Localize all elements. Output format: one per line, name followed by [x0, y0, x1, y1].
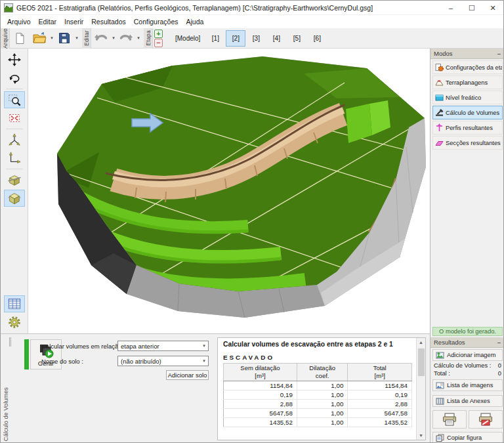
mode-resulting-profiles[interactable]: Perfis resultantes: [432, 121, 503, 135]
scroll-up-icon[interactable]: ▲: [419, 338, 423, 347]
axes-2d-button[interactable]: [4, 150, 25, 167]
results-panel-header: Resultados –: [430, 337, 504, 348]
results-minimize-button[interactable]: –: [497, 339, 501, 346]
maximize-button[interactable]: ☐: [461, 1, 482, 15]
mode-volume-calculation[interactable]: Cálculo de Volumes: [432, 106, 503, 119]
menu-arquivo[interactable]: Arquivo: [3, 16, 35, 27]
list-of-images-button[interactable]: Lista de imagens: [432, 379, 503, 391]
open-dropdown-caret[interactable]: ▾: [49, 35, 54, 41]
menu-inserir[interactable]: Inserir: [60, 16, 87, 27]
open-file-button[interactable]: [30, 30, 49, 47]
stage-button-1[interactable]: [1]: [205, 30, 225, 47]
axes-2d-icon: [8, 152, 21, 165]
col-header-dilation-coef: Dilataçãocoef.: [297, 363, 347, 381]
terrain-3d-model: [28, 49, 430, 333]
results-panel-title: Resultados: [434, 339, 465, 346]
menu-editar[interactable]: Editar: [35, 16, 60, 27]
mode-stage-settings[interactable]: Configurações da etapa: [432, 60, 503, 74]
copy-figure-button[interactable]: Copiar figura: [432, 432, 503, 443]
menu-configuracoes[interactable]: Configurações: [130, 16, 182, 27]
print-report-button[interactable]: [469, 410, 503, 429]
undo-icon: [94, 33, 108, 43]
print-button[interactable]: [432, 410, 467, 429]
save-dropdown-caret[interactable]: ▾: [74, 35, 79, 41]
add-stage-button[interactable]: +: [154, 30, 163, 38]
axes-3d-button[interactable]: [4, 131, 25, 148]
stage-button-modelo[interactable]: [Modelo]: [171, 30, 205, 47]
printer-report-icon: [478, 413, 493, 426]
table-row: 5647,581,005647,58: [224, 408, 412, 417]
new-file-icon: [14, 32, 26, 45]
stage-button-6[interactable]: [6]: [307, 30, 327, 47]
undo-dropdown-caret[interactable]: ▾: [111, 35, 116, 41]
model-status-message: O modelo foi gerado.: [432, 327, 503, 336]
soil-name-label: Nome do solo :: [41, 358, 83, 365]
rotate-icon: [8, 72, 21, 85]
generate-status-bar: [24, 339, 29, 369]
toolbar-group-stage: Etapa: [144, 28, 153, 49]
mode-water-table[interactable]: Nível freático: [432, 91, 503, 104]
scroll-down-icon[interactable]: ▼: [419, 431, 423, 440]
table-row: 0,191,000,19: [224, 390, 412, 399]
model-viewport[interactable]: [28, 49, 430, 333]
volume-count-value: 0: [498, 362, 501, 369]
results-scrollbar[interactable]: ▲ ▼: [416, 338, 425, 440]
minimize-button[interactable]: –: [440, 1, 461, 15]
redo-button[interactable]: [117, 30, 135, 47]
right-panel: Modos – Configurações da etapa Terraplan…: [430, 49, 504, 443]
volume-results-box: Calcular volumes de escavação entre as e…: [217, 337, 426, 440]
main-toolbar: Arquivo ▾ ▾ Editar ▾ ▾ Etapa + − [Modelo…: [1, 28, 503, 49]
water-table-icon: [435, 93, 444, 102]
gear-icon: [8, 316, 21, 329]
menu-resultados[interactable]: Resultados: [87, 16, 130, 27]
stage-button-3[interactable]: [3]: [246, 30, 266, 47]
scrollbar-thumb[interactable]: [418, 348, 425, 376]
remove-stage-button[interactable]: −: [154, 39, 163, 47]
settings-button[interactable]: [4, 314, 25, 331]
app-window: GEO5 2021 - Estratigrafia (Relatórios, P…: [0, 0, 504, 443]
soil-name-select[interactable]: (não atribuído) ▾: [117, 356, 209, 366]
volume-table: Sem dilatação[m³] Dilataçãocoef. Total[m…: [223, 363, 412, 427]
new-file-button[interactable]: [10, 30, 29, 47]
volume-count-label: Cálculo de Volumes :: [434, 362, 491, 369]
mode-resulting-sections[interactable]: Secções resultantes: [432, 136, 503, 150]
add-image-icon: [436, 352, 444, 359]
modes-panel-title: Modos: [434, 50, 453, 57]
select-caret-icon: ▾: [201, 358, 207, 364]
modes-minimize-button[interactable]: –: [497, 50, 501, 57]
axes-3d-icon: [8, 133, 21, 146]
add-soil-button[interactable]: Adicionar solo: [166, 370, 209, 380]
table-view-button[interactable]: [4, 295, 25, 312]
redo-icon: [119, 33, 133, 43]
copy-icon: [436, 434, 444, 442]
stage-switcher: [Modelo] [1] [2] [3] [4] [5] [6]: [171, 30, 327, 47]
list-of-annexes-button[interactable]: Lista de Anexes: [432, 395, 503, 407]
table-row: 1435,521,001435,52: [224, 417, 412, 427]
save-floppy-icon: [58, 32, 70, 44]
zoom-extents-button[interactable]: [4, 110, 25, 127]
mode-earthworks[interactable]: Terraplanagens: [432, 75, 503, 89]
open-folder-icon: [33, 32, 47, 44]
rotate-tool-button[interactable]: [4, 70, 25, 87]
stage-button-4[interactable]: [4]: [266, 30, 286, 47]
add-image-button[interactable]: Adicionar imagem: [432, 349, 503, 361]
total-count-label: Total :: [434, 370, 450, 377]
print-buttons-row: [432, 410, 503, 429]
box-3d-view-button[interactable]: [4, 190, 25, 207]
close-button[interactable]: ✕: [482, 1, 503, 15]
undo-button[interactable]: [92, 30, 110, 47]
save-button[interactable]: [55, 30, 74, 47]
clip-box-button[interactable]: [4, 171, 25, 188]
frame-grip-handle[interactable]: [9, 337, 11, 347]
relative-stage-select[interactable]: etapa anterior ▾: [117, 341, 209, 351]
redo-dropdown-caret[interactable]: ▾: [136, 35, 141, 41]
col-header-total: Total[m³]: [348, 363, 412, 381]
total-count-row: Total : 0: [434, 370, 501, 377]
menu-ajuda[interactable]: Ajuda: [182, 16, 207, 27]
view-toolbar: [1, 49, 28, 333]
toolbar-group-file: Arquivo: [1, 28, 10, 49]
pan-tool-button[interactable]: [4, 51, 25, 68]
zoom-window-tool-button[interactable]: [4, 91, 25, 108]
stage-button-5[interactable]: [5]: [287, 30, 306, 47]
stage-button-2[interactable]: [2]: [226, 30, 245, 47]
